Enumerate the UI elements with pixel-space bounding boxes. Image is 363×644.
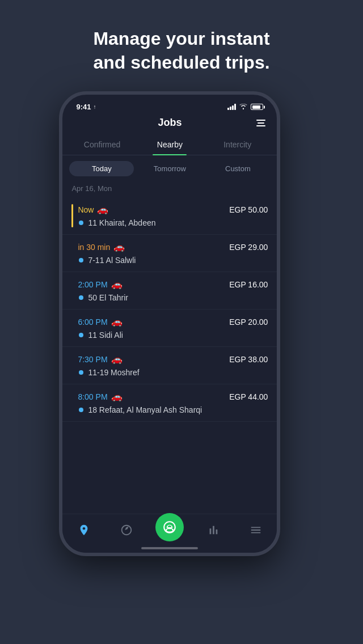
job-indicator [71,279,73,302]
headline-line1: Manage your instant [93,28,269,49]
app-header: Jobs [62,111,277,134]
job-time: Now 🚗 [78,204,108,215]
job-item[interactable]: 7:30 PM 🚗 EGP 38.00 11-19 Moshref [62,347,277,384]
headline: Manage your instant and scheduled trips. [93,27,269,74]
job-item[interactable]: 8:00 PM 🚗 EGP 44.00 18 Refaat, Al Manyal… [62,384,277,422]
job-indicator [71,391,73,414]
sub-tabs: Today Tomorrow Custom [62,155,277,182]
time-display: 9:41 ↑ [76,103,96,111]
page-title: Jobs [158,117,182,129]
status-bar: 9:41 ↑ [62,95,277,111]
job-time: 8:00 PM 🚗 [78,391,122,402]
filter-button[interactable] [256,120,265,126]
subtab-today[interactable]: Today [69,161,134,176]
phone-shell: 9:41 ↑ [59,91,280,556]
nav-map[interactable] [71,522,97,539]
job-price: EGP 20.00 [229,317,268,327]
headline-line2: and scheduled trips. [93,52,269,73]
job-time: in 30 min 🚗 [78,242,125,252]
job-item[interactable]: Now 🚗 EGP 50.00 11 Khairat, Abdeen [62,197,277,235]
car-icon: 🚗 [111,391,123,402]
job-indicator [71,204,73,227]
nav-drive-button[interactable] [155,513,184,541]
car-icon: 🚗 [113,242,125,252]
job-time: 2:00 PM 🚗 [78,279,122,290]
tab-nearby[interactable]: Nearby [136,134,204,155]
job-time: 7:30 PM 🚗 [78,354,122,365]
page-background: Manage your instant and scheduled trips.… [59,0,303,556]
map-pin-icon [78,524,90,536]
job-item[interactable]: 2:00 PM 🚗 EGP 16.00 50 El Tahrir [62,272,277,310]
home-indicator [141,547,198,549]
job-location: 50 El Tahrir [78,293,268,302]
subtab-tomorrow[interactable]: Tomorrow [137,161,202,176]
job-indicator [71,242,73,265]
subtab-custom[interactable]: Custom [205,161,270,176]
job-location: 11-19 Moshref [78,368,268,377]
job-list: Now 🚗 EGP 50.00 11 Khairat, Abdeen [62,197,277,422]
job-time: 6:00 PM 🚗 [78,316,122,327]
nav-compass[interactable] [113,522,140,539]
date-label: Apr 16, Mon [62,182,277,197]
hamburger-icon [250,524,262,536]
tab-intercity[interactable]: Intercity [204,134,271,155]
job-location: 7-11 Al Salwli [78,256,268,265]
job-location: 18 Refaat, Al Manyal Ash Sharqi [78,405,268,414]
nav-menu[interactable] [243,522,269,539]
clock-time: 9:41 [76,103,91,111]
job-indicator [71,354,73,377]
job-price: EGP 50.00 [229,205,268,214]
car-icon: 🚗 [97,204,108,215]
job-item[interactable]: 6:00 PM 🚗 EGP 20.00 11 Sidi Ali [62,310,277,347]
page-header: Manage your instant and scheduled trips. [59,0,303,91]
main-tabs: Confirmed Nearby Intercity [62,134,277,155]
job-indicator [71,316,73,340]
job-location: 11 Khairat, Abdeen [78,218,268,227]
job-price: EGP 44.00 [229,392,268,401]
job-price: EGP 29.00 [229,243,268,252]
car-icon: 🚗 [111,354,123,365]
nav-stats[interactable] [200,522,226,539]
battery-icon [251,104,263,110]
signal-icon [227,104,236,110]
car-icon: 🚗 [111,279,123,290]
steering-wheel-icon [162,520,177,535]
car-icon: 🚗 [111,316,123,327]
wifi-icon [239,103,247,111]
app-content: Jobs Confirmed Nearby In [62,111,277,422]
location-arrow-icon: ↑ [93,104,96,110]
tab-confirmed[interactable]: Confirmed [68,134,136,155]
job-item[interactable]: in 30 min 🚗 EGP 29.00 7-11 Al Salwli [62,235,277,272]
job-price: EGP 38.00 [229,355,268,364]
status-icons [227,103,263,111]
job-location: 11 Sidi Ali [78,331,268,340]
job-price: EGP 16.00 [229,280,268,289]
compass-icon [120,524,133,536]
chart-icon [207,524,220,536]
